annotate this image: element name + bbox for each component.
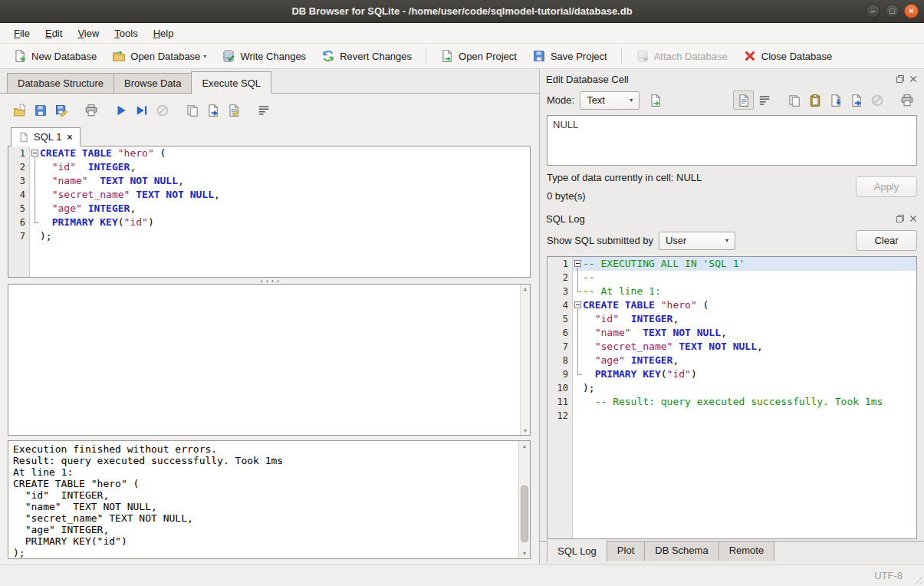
- dropdown-arrow-icon[interactable]: ▾: [203, 53, 206, 60]
- print-icon[interactable]: [81, 100, 101, 120]
- execute-sql-page: SQL 1 × 1234567CREATE TABLE "hero" ( "id…: [0, 94, 539, 565]
- resize-grip[interactable]: [912, 574, 922, 584]
- scrollbar-thumb[interactable]: [521, 486, 528, 542]
- menu-help[interactable]: Help: [146, 24, 182, 43]
- dock-tab-sql-log[interactable]: SQL Log: [547, 540, 607, 561]
- main-tab-bar: Database StructureBrowse DataExecute SQL: [0, 69, 539, 94]
- mode-combo[interactable]: Text ▾: [580, 91, 640, 110]
- fold-marker-icon[interactable]: [31, 150, 38, 156]
- splitter-dots-icon: [259, 280, 279, 282]
- sql-log-controls: Show SQL submitted by User ▾ Clear: [540, 226, 924, 254]
- export-to-file-icon[interactable]: [846, 91, 866, 110]
- sql-editor[interactable]: 1234567CREATE TABLE "hero" ( "id" INTEGE…: [8, 146, 531, 278]
- sql-log-view[interactable]: 123456789101112-- EXECUTING ALL IN 'SQL …: [547, 256, 917, 539]
- revert-changes-button[interactable]: Revert Changes: [314, 46, 419, 66]
- encoding-indicator: UTF-8: [874, 570, 903, 581]
- open-database-icon: [112, 49, 126, 63]
- window-title: DB Browser for SQLite - /home/user/code/…: [0, 5, 924, 17]
- write-changes-button[interactable]: Write Changes: [215, 46, 313, 66]
- menu-tools[interactable]: Tools: [107, 24, 145, 43]
- print-icon[interactable]: [896, 91, 917, 110]
- word-wrap-icon[interactable]: [754, 91, 774, 110]
- import-data-icon[interactable]: [645, 91, 666, 110]
- minimize-button[interactable]: –: [866, 4, 880, 18]
- float-dock-icon[interactable]: [896, 74, 905, 84]
- import-from-file-icon[interactable]: [825, 91, 846, 110]
- menu-view[interactable]: View: [70, 24, 107, 43]
- code-line: CREATE TABLE "hero" (: [40, 146, 530, 160]
- scroll-up-icon[interactable]: ▲: [523, 285, 528, 293]
- close-button[interactable]: ×: [904, 4, 919, 18]
- sql-tab-close-icon[interactable]: ×: [66, 132, 73, 143]
- tab-database-structure[interactable]: Database Structure: [7, 73, 114, 93]
- code-line: "secret_name" TEXT NOT NULL,: [583, 340, 916, 354]
- scroll-down-icon[interactable]: ▼: [523, 426, 528, 435]
- float-dock-icon[interactable]: [896, 214, 905, 223]
- menu-edit[interactable]: Edit: [38, 24, 70, 43]
- log-filter-combo[interactable]: User ▾: [659, 232, 735, 250]
- paste-icon[interactable]: [804, 91, 825, 110]
- fold-marker-icon[interactable]: [574, 260, 581, 267]
- write-changes-icon: [222, 49, 235, 63]
- results-grid: ▲ ▼: [8, 284, 531, 436]
- save-sql-file-icon[interactable]: [30, 100, 51, 120]
- new-database-icon: [13, 49, 27, 63]
- line-number: 7: [8, 229, 29, 243]
- line-number: 4: [8, 188, 29, 202]
- menu-file[interactable]: File: [6, 24, 38, 43]
- close-dock-icon[interactable]: [909, 214, 918, 223]
- dock-tab-remote[interactable]: Remote: [718, 541, 775, 561]
- chevron-down-icon: ▾: [630, 97, 633, 104]
- apply-button: Apply: [856, 176, 917, 197]
- copy-icon[interactable]: [182, 100, 202, 120]
- export-sql-icon[interactable]: [202, 100, 223, 120]
- close-database-icon: [743, 49, 757, 63]
- code-line: "name" TEXT NOT NULL,: [583, 326, 916, 340]
- chevron-down-icon: ▾: [725, 237, 728, 244]
- maximize-button[interactable]: □: [885, 4, 899, 18]
- revert-changes-icon: [321, 49, 335, 63]
- splitter-handle[interactable]: [8, 278, 531, 284]
- word-wrap-icon[interactable]: [253, 100, 274, 120]
- open-database-button[interactable]: Open Database▾: [105, 46, 213, 66]
- log-filter-value: User: [666, 235, 686, 246]
- cell-value-editor[interactable]: NULL: [547, 115, 917, 166]
- format-sql-icon[interactable]: [223, 100, 244, 120]
- open-project-button[interactable]: Open Project: [433, 46, 524, 66]
- text-mode-icon[interactable]: [733, 91, 754, 110]
- cell-type-text: Type of data currently in cell: NULL: [547, 172, 850, 183]
- line-number: 8: [547, 354, 572, 367]
- line-number: 1: [8, 146, 29, 160]
- execute-current-line-icon[interactable]: [131, 100, 152, 120]
- dock-tab-db-schema[interactable]: DB Schema: [644, 541, 718, 561]
- save-sql-file-as-icon[interactable]: [51, 100, 71, 120]
- cell-size-text: 0 byte(s): [547, 190, 850, 202]
- code-line: "id" INTEGER,: [583, 312, 916, 326]
- execution-log[interactable]: Execution finished without errors. Resul…: [8, 440, 531, 559]
- close-database-button[interactable]: Close Database: [736, 46, 840, 66]
- scroll-down-icon[interactable]: ▼: [519, 549, 530, 558]
- tab-execute-sql[interactable]: Execute SQL: [191, 71, 271, 94]
- title-bar: DB Browser for SQLite - /home/user/code/…: [0, 0, 924, 23]
- sql-file-icon: [18, 132, 29, 143]
- sql-log-title: SQL Log: [546, 213, 585, 225]
- code-line: PRIMARY KEY("id"): [40, 216, 530, 229]
- code-line: PRIMARY KEY("id"): [583, 367, 916, 381]
- save-project-button[interactable]: Save Project: [525, 46, 614, 66]
- code-line: );: [583, 381, 916, 395]
- execute-all-icon[interactable]: [110, 100, 131, 120]
- line-number: 4: [547, 298, 572, 312]
- fold-marker-icon[interactable]: [574, 301, 581, 308]
- new-database-button[interactable]: New Database: [6, 46, 104, 66]
- dock-tab-plot[interactable]: Plot: [607, 541, 645, 561]
- open-sql-file-icon[interactable]: [9, 100, 30, 120]
- sql-tab[interactable]: SQL 1 ×: [11, 127, 81, 146]
- tab-browse-data[interactable]: Browse Data: [113, 73, 192, 93]
- copy-icon[interactable]: [784, 91, 804, 110]
- log-scrollbar[interactable]: ▲ ▼: [518, 441, 530, 558]
- set-null-icon: [866, 91, 887, 110]
- close-dock-icon[interactable]: [909, 74, 918, 84]
- scroll-up-icon[interactable]: ▲: [519, 442, 530, 450]
- results-scrollbar[interactable]: ▲ ▼: [520, 285, 530, 435]
- clear-button[interactable]: Clear: [856, 230, 917, 251]
